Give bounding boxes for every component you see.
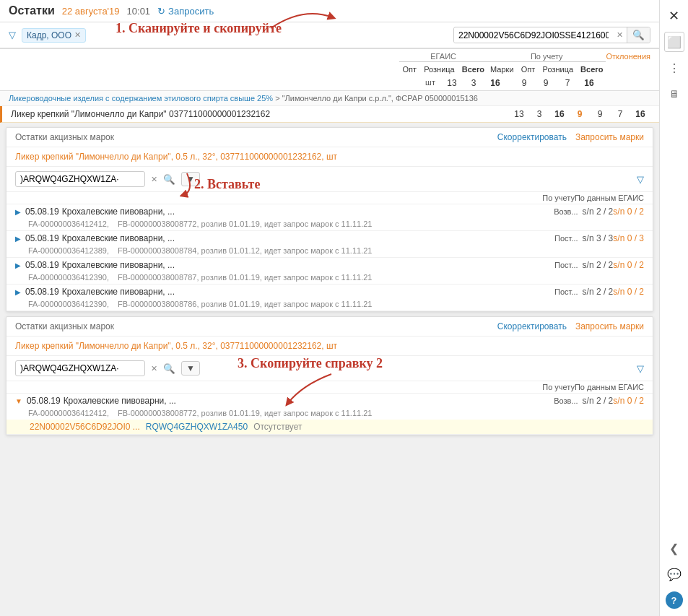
panel1-rows: ▶ 05.08.19 Крохалевские пивоварни, ... В… [6, 204, 653, 311]
breadcrumb-category[interactable]: Ликероводочные изделия с содержанием эти… [9, 94, 273, 103]
row1-sub: FA-000000036412412, FB-000000038008772, … [6, 219, 653, 230]
product-marks: 9 [570, 109, 590, 119]
mark-code2: RQWQ4GZHQXW1ZA450 [146, 422, 248, 432]
panel1-product-title: Ликер крепкий "Лимончелло ди Капри", 0.5… [6, 147, 653, 167]
panels-container: Остатки акцизных марок Скорректировать З… [0, 123, 659, 616]
expand-button[interactable]: ⬜ [664, 32, 684, 52]
breadcrumb-producer: "Лимончелло ди Капри с.р.л.", ФСРАР 0500… [282, 94, 478, 103]
panel2-col-account: По учету [542, 383, 575, 391]
filter-icon: ▽ [9, 30, 16, 40]
deviations-header: Отклонения [606, 52, 650, 61]
page-title: Остатки [9, 4, 55, 17]
row4-sub: FA-000000036412390, FB-000000038008786, … [6, 299, 653, 311]
product-row: Ликер крепкий "Лимончелло ди Капри" 0377… [0, 106, 659, 123]
table-row: ▶ 05.08.19 Крохалевские пивоварни, ... П… [6, 231, 653, 258]
chat-icon[interactable]: 💬 [664, 564, 684, 584]
panel1-search-clear[interactable]: ✕ [151, 175, 157, 184]
filter-bar: ▽ Кадр, ООО ✕ 1. Сканируйте и скопируйте [0, 22, 659, 48]
panel2-filter-icon[interactable]: ▽ [637, 363, 644, 374]
product-opt2: 9 [590, 109, 610, 119]
panel1-request-button[interactable]: Запросить марки [575, 132, 644, 142]
panel1-search-bar: ✕ 🔍 ▼ ▽ [6, 167, 653, 192]
search-icon: 🔍 [632, 30, 645, 40]
panel2-request-button[interactable]: Запросить марки [575, 321, 644, 331]
panel2-correct-button[interactable]: Скорректировать [497, 321, 567, 331]
mark-code1: 22N00002V56C6D92JOI0 ... [30, 422, 140, 432]
unit-label: шт [420, 78, 440, 88]
search-input[interactable] [454, 28, 613, 43]
search-box: ✕ 🔍 [453, 27, 650, 43]
account-total-header: Всего [578, 64, 606, 75]
mark-status: Отсутствует [253, 422, 302, 432]
panel2-search-icon[interactable]: 🔍 [163, 363, 175, 374]
panel1: Остатки акцизных марок Скорректировать З… [6, 127, 653, 312]
panel1-col-egais: По данным ЕГАИС [575, 194, 644, 202]
breadcrumb: Ликероводочные изделия с содержанием эти… [0, 91, 659, 106]
by-account-group-label: По учету [487, 52, 606, 62]
panel2: Остатки акцизных марок Скорректировать З… [6, 316, 653, 435]
row3-sub: FA-000000036412390, FB-000000038008787, … [6, 272, 653, 284]
panel1-filter-icon[interactable]: ▽ [637, 174, 644, 185]
header-date: 22 августа'19 [62, 6, 120, 17]
panel2-search-input[interactable] [15, 360, 145, 376]
sync-icon: ↻ [157, 6, 165, 17]
panel1-correct-button[interactable]: Скорректировать [497, 132, 567, 142]
product-name: Ликер крепкий "Лимончелло ди Капри" 0377… [11, 109, 509, 119]
panel2-header: Остатки акцизных марок Скорректировать З… [6, 317, 653, 337]
egais-opt-val: 13 [442, 78, 462, 88]
panel2-search-bar: ✕ 🔍 ▼ ▽ [6, 356, 653, 381]
account-opt-val: 9 [536, 78, 556, 88]
product-total: 16 [549, 109, 570, 119]
expand-icon[interactable]: ▶ [15, 288, 21, 296]
panel2-product-title: Ликер крепкий "Лимончелло ди Капри", 0.5… [6, 337, 653, 356]
egais-total-header: Всего [459, 64, 487, 75]
table-row: ▶ 05.08.19 Крохалевские пивоварни, ... П… [6, 285, 653, 311]
panel2-col-headers: По учету По данным ЕГАИС [6, 381, 653, 394]
account-retail-header: Розница [540, 64, 577, 75]
chevron-left-icon[interactable]: ❮ [664, 538, 684, 558]
filter-remove-icon[interactable]: ✕ [74, 30, 81, 40]
panel1-col-headers: По учету По данным ЕГАИС [6, 192, 653, 204]
annotation1-text: 1. Сканируйте и скопируйте [116, 21, 282, 35]
close-button[interactable]: ✕ [664, 6, 684, 26]
monitor-icon[interactable]: 🖥 [664, 84, 684, 104]
panel1-search-icon[interactable]: 🔍 [163, 174, 175, 185]
table-row: ▶ 05.08.19 Крохалевские пивоварни, ... П… [6, 258, 653, 285]
table-header: ЕГАИС Опт Розница Всего По учету Марки О… [0, 49, 659, 91]
panel2-title: Остатки акцизных марок [15, 321, 489, 331]
mark-detail-row: 22N00002V56C6D92JOI0 ... RQWQ4GZHQXW1ZA4… [6, 420, 653, 434]
product-total2: 16 [630, 109, 650, 119]
account-retail-val: 7 [557, 78, 578, 88]
panel1-title: Остатки акцизных марок [15, 132, 489, 142]
account-marks-header: Марки [487, 64, 516, 75]
search-clear-button[interactable]: ✕ [613, 28, 627, 42]
panel1-search-input[interactable] [15, 171, 145, 187]
expand-icon-expanded[interactable]: ▼ [15, 397, 22, 405]
filter-tag: Кадр, ООО ✕ [22, 28, 86, 43]
account-opt-header: Опт [518, 64, 539, 75]
panel1-dropdown[interactable]: ▼ [181, 172, 200, 186]
panel2-col-egais: По данным ЕГАИС [575, 383, 644, 391]
search-submit-button[interactable]: 🔍 [627, 27, 650, 43]
product-opt: 13 [509, 109, 529, 119]
expand-icon[interactable]: ▶ [15, 235, 21, 243]
account-total-val: 16 [579, 78, 599, 88]
sync-button[interactable]: ↻ Запросить [157, 6, 214, 17]
table-row: ▼ 05.08.19 Крохалевские пивоварни, ... В… [6, 394, 653, 435]
product-retail: 3 [529, 109, 549, 119]
expand-icon[interactable]: ▶ [15, 208, 21, 216]
panel2-dropdown[interactable]: ▼ [181, 361, 200, 376]
account-marks-val: 9 [514, 78, 534, 88]
header: Остатки 22 августа'19 10:01 ↻ Запросить [0, 0, 659, 22]
egais-total-val: 16 [485, 78, 505, 88]
panel1-col-account: По учету [542, 194, 575, 202]
expand-icon[interactable]: ▶ [15, 261, 21, 269]
product-retail2: 7 [610, 109, 630, 119]
expanded-row-sub: FA-000000036412412, FB-000000038008772, … [6, 408, 653, 420]
egais-group-label: ЕГАИС [399, 52, 487, 62]
egais-retail-header: Розница [421, 64, 458, 75]
panel2-search-clear[interactable]: ✕ [151, 364, 157, 373]
help-icon[interactable]: ? [666, 591, 683, 609]
menu-icon[interactable]: ⋮ [664, 58, 684, 78]
header-time: 10:01 [127, 6, 151, 17]
